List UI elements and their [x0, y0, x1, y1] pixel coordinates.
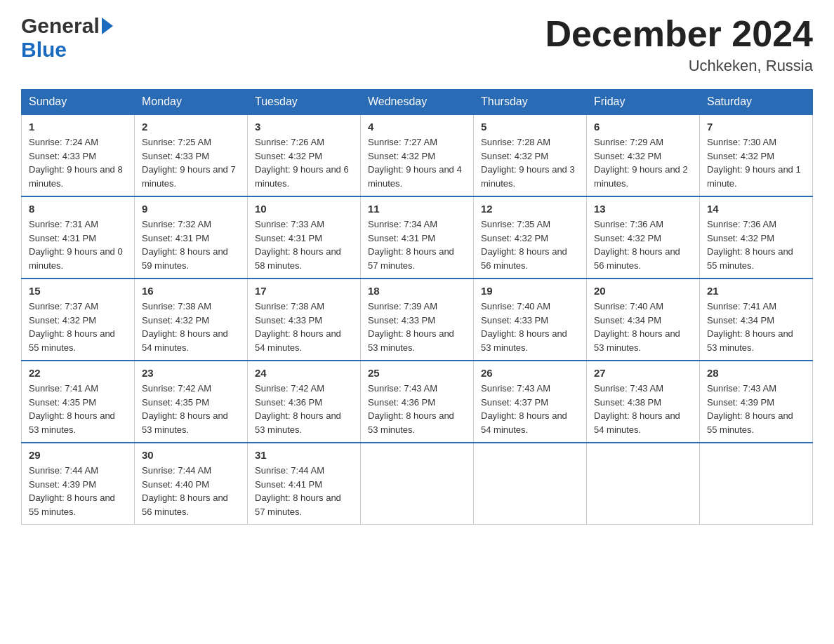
calendar-cell: 17Sunrise: 7:38 AMSunset: 4:33 PMDayligh…	[248, 279, 361, 361]
calendar-header-wednesday: Wednesday	[361, 90, 474, 115]
calendar-cell: 16Sunrise: 7:38 AMSunset: 4:32 PMDayligh…	[135, 279, 248, 361]
calendar-cell: 3Sunrise: 7:26 AMSunset: 4:32 PMDaylight…	[248, 114, 361, 196]
calendar-week-row-2: 8Sunrise: 7:31 AMSunset: 4:31 PMDaylight…	[22, 196, 813, 279]
calendar-cell: 23Sunrise: 7:42 AMSunset: 4:35 PMDayligh…	[135, 361, 248, 443]
calendar-table: SundayMondayTuesdayWednesdayThursdayFrid…	[21, 89, 813, 525]
day-number: 8	[29, 203, 127, 215]
day-number: 25	[368, 367, 466, 379]
day-info: Sunrise: 7:36 AMSunset: 4:32 PMDaylight:…	[594, 217, 692, 272]
day-number: 13	[594, 203, 692, 215]
calendar-cell: 14Sunrise: 7:36 AMSunset: 4:32 PMDayligh…	[700, 196, 813, 279]
day-number: 10	[255, 203, 353, 215]
day-number: 30	[142, 449, 240, 461]
day-number: 31	[255, 449, 353, 461]
day-info: Sunrise: 7:42 AMSunset: 4:36 PMDaylight:…	[255, 382, 353, 436]
calendar-cell: 22Sunrise: 7:41 AMSunset: 4:35 PMDayligh…	[22, 361, 135, 443]
calendar-cell: 5Sunrise: 7:28 AMSunset: 4:32 PMDaylight…	[474, 114, 587, 196]
calendar-cell: 31Sunrise: 7:44 AMSunset: 4:41 PMDayligh…	[248, 443, 361, 525]
location-text: Uchkeken, Russia	[545, 57, 813, 75]
calendar-cell: 2Sunrise: 7:25 AMSunset: 4:33 PMDaylight…	[135, 114, 248, 196]
day-info: Sunrise: 7:43 AMSunset: 4:39 PMDaylight:…	[707, 382, 805, 436]
day-info: Sunrise: 7:37 AMSunset: 4:32 PMDaylight:…	[29, 300, 127, 354]
day-number: 22	[29, 367, 127, 379]
calendar-cell: 25Sunrise: 7:43 AMSunset: 4:36 PMDayligh…	[361, 361, 474, 443]
calendar-header-saturday: Saturday	[700, 90, 813, 115]
day-number: 7	[707, 121, 805, 133]
day-number: 6	[594, 121, 692, 133]
calendar-header-tuesday: Tuesday	[248, 90, 361, 115]
calendar-cell	[474, 443, 587, 525]
calendar-week-row-1: 1Sunrise: 7:24 AMSunset: 4:33 PMDaylight…	[22, 114, 813, 196]
page-header: General Blue December 2024 Uchkeken, Rus…	[21, 14, 813, 75]
day-info: Sunrise: 7:43 AMSunset: 4:38 PMDaylight:…	[594, 382, 692, 436]
calendar-cell: 20Sunrise: 7:40 AMSunset: 4:34 PMDayligh…	[587, 279, 700, 361]
day-info: Sunrise: 7:44 AMSunset: 4:40 PMDaylight:…	[142, 464, 240, 518]
day-number: 4	[368, 121, 466, 133]
calendar-header-row: SundayMondayTuesdayWednesdayThursdayFrid…	[22, 90, 813, 115]
day-info: Sunrise: 7:30 AMSunset: 4:32 PMDaylight:…	[707, 135, 805, 190]
calendar-cell	[700, 443, 813, 525]
day-info: Sunrise: 7:29 AMSunset: 4:32 PMDaylight:…	[594, 135, 692, 190]
calendar-cell: 9Sunrise: 7:32 AMSunset: 4:31 PMDaylight…	[135, 196, 248, 279]
day-number: 23	[142, 367, 240, 379]
logo-general-text: General	[21, 14, 100, 38]
calendar-cell: 7Sunrise: 7:30 AMSunset: 4:32 PMDaylight…	[700, 114, 813, 196]
day-number: 20	[594, 285, 692, 297]
day-info: Sunrise: 7:40 AMSunset: 4:33 PMDaylight:…	[481, 300, 579, 354]
day-number: 5	[481, 121, 579, 133]
calendar-cell	[587, 443, 700, 525]
day-info: Sunrise: 7:28 AMSunset: 4:32 PMDaylight:…	[481, 135, 579, 190]
day-number: 19	[481, 285, 579, 297]
calendar-cell: 10Sunrise: 7:33 AMSunset: 4:31 PMDayligh…	[248, 196, 361, 279]
day-number: 17	[255, 285, 353, 297]
day-info: Sunrise: 7:34 AMSunset: 4:31 PMDaylight:…	[368, 217, 466, 272]
calendar-cell: 12Sunrise: 7:35 AMSunset: 4:32 PMDayligh…	[474, 196, 587, 279]
day-info: Sunrise: 7:35 AMSunset: 4:32 PMDaylight:…	[481, 217, 579, 272]
month-title: December 2024	[545, 14, 813, 54]
day-info: Sunrise: 7:38 AMSunset: 4:33 PMDaylight:…	[255, 300, 353, 354]
calendar-cell: 27Sunrise: 7:43 AMSunset: 4:38 PMDayligh…	[587, 361, 700, 443]
calendar-week-row-5: 29Sunrise: 7:44 AMSunset: 4:39 PMDayligh…	[22, 443, 813, 525]
day-number: 3	[255, 121, 353, 133]
day-info: Sunrise: 7:26 AMSunset: 4:32 PMDaylight:…	[255, 135, 353, 190]
day-number: 14	[707, 203, 805, 215]
calendar-cell: 15Sunrise: 7:37 AMSunset: 4:32 PMDayligh…	[22, 279, 135, 361]
calendar-cell: 30Sunrise: 7:44 AMSunset: 4:40 PMDayligh…	[135, 443, 248, 525]
day-info: Sunrise: 7:42 AMSunset: 4:35 PMDaylight:…	[142, 382, 240, 436]
day-number: 16	[142, 285, 240, 297]
calendar-cell: 8Sunrise: 7:31 AMSunset: 4:31 PMDaylight…	[22, 196, 135, 279]
day-info: Sunrise: 7:32 AMSunset: 4:31 PMDaylight:…	[142, 217, 240, 272]
calendar-cell: 18Sunrise: 7:39 AMSunset: 4:33 PMDayligh…	[361, 279, 474, 361]
logo-blue-text: Blue	[21, 38, 67, 61]
day-number: 9	[142, 203, 240, 215]
day-info: Sunrise: 7:39 AMSunset: 4:33 PMDaylight:…	[368, 300, 466, 354]
day-info: Sunrise: 7:43 AMSunset: 4:37 PMDaylight:…	[481, 382, 579, 436]
calendar-cell: 4Sunrise: 7:27 AMSunset: 4:32 PMDaylight…	[361, 114, 474, 196]
calendar-cell: 6Sunrise: 7:29 AMSunset: 4:32 PMDaylight…	[587, 114, 700, 196]
day-info: Sunrise: 7:44 AMSunset: 4:41 PMDaylight:…	[255, 464, 353, 518]
day-number: 18	[368, 285, 466, 297]
calendar-header-monday: Monday	[135, 90, 248, 115]
day-number: 1	[29, 121, 127, 133]
logo: General Blue	[21, 14, 113, 62]
calendar-cell: 28Sunrise: 7:43 AMSunset: 4:39 PMDayligh…	[700, 361, 813, 443]
day-number: 11	[368, 203, 466, 215]
calendar-header-sunday: Sunday	[22, 90, 135, 115]
calendar-cell: 13Sunrise: 7:36 AMSunset: 4:32 PMDayligh…	[587, 196, 700, 279]
calendar-cell: 24Sunrise: 7:42 AMSunset: 4:36 PMDayligh…	[248, 361, 361, 443]
day-info: Sunrise: 7:41 AMSunset: 4:34 PMDaylight:…	[707, 300, 805, 354]
calendar-cell: 19Sunrise: 7:40 AMSunset: 4:33 PMDayligh…	[474, 279, 587, 361]
day-info: Sunrise: 7:25 AMSunset: 4:33 PMDaylight:…	[142, 135, 240, 190]
day-number: 27	[594, 367, 692, 379]
calendar-header-friday: Friday	[587, 90, 700, 115]
day-number: 29	[29, 449, 127, 461]
day-info: Sunrise: 7:38 AMSunset: 4:32 PMDaylight:…	[142, 300, 240, 354]
day-info: Sunrise: 7:24 AMSunset: 4:33 PMDaylight:…	[29, 135, 127, 190]
day-info: Sunrise: 7:41 AMSunset: 4:35 PMDaylight:…	[29, 382, 127, 436]
day-number: 21	[707, 285, 805, 297]
calendar-week-row-4: 22Sunrise: 7:41 AMSunset: 4:35 PMDayligh…	[22, 361, 813, 443]
day-number: 2	[142, 121, 240, 133]
day-info: Sunrise: 7:36 AMSunset: 4:32 PMDaylight:…	[707, 217, 805, 272]
calendar-cell: 1Sunrise: 7:24 AMSunset: 4:33 PMDaylight…	[22, 114, 135, 196]
day-number: 24	[255, 367, 353, 379]
